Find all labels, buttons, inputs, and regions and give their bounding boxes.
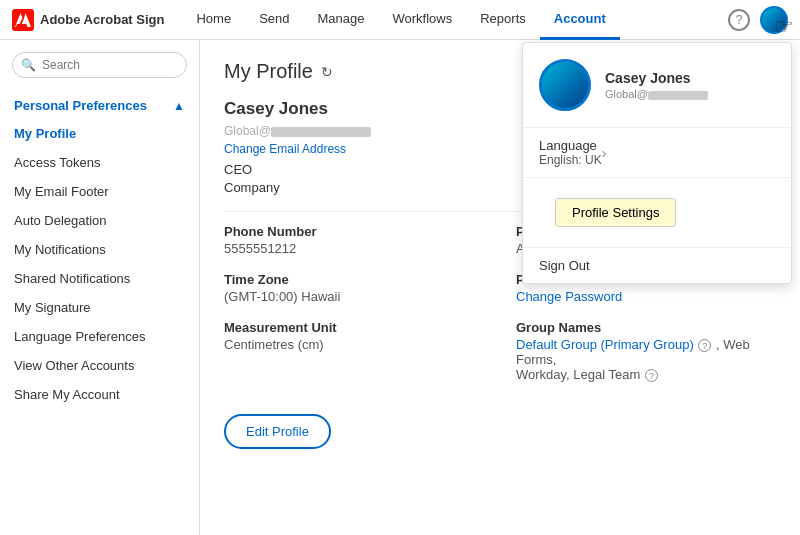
user-avatar[interactable] — [760, 6, 788, 34]
nav-send[interactable]: Send — [245, 0, 303, 40]
email-redacted-block — [271, 127, 371, 137]
dropdown-language-row[interactable]: Language English: UK › — [523, 128, 791, 178]
phone-label: Phone Number — [224, 224, 484, 239]
nav-right: ? — [728, 6, 788, 34]
sign-out-button[interactable]: Sign Out — [523, 248, 791, 283]
sidebar-item-share-my-account[interactable]: Share My Account — [0, 380, 199, 409]
dropdown-user-name: Casey Jones — [605, 70, 775, 86]
sidebar-search[interactable]: 🔍 — [12, 52, 187, 78]
adobe-logo-icon — [12, 9, 34, 31]
search-icon: 🔍 — [21, 58, 36, 72]
svg-rect-0 — [12, 9, 34, 31]
sidebar: 🔍 Personal Preferences ▲ My Profile Acce… — [0, 40, 200, 535]
group-default-link[interactable]: Default Group (Primary Group) — [516, 337, 694, 352]
dropdown-avatar — [539, 59, 591, 111]
timezone-value: (GMT-10:00) Hawaii — [224, 289, 484, 304]
measurement-label: Measurement Unit — [224, 320, 484, 335]
sidebar-item-view-other-accounts[interactable]: View Other Accounts — [0, 351, 199, 380]
group-help-icon[interactable]: ? — [698, 339, 711, 352]
nav-home[interactable]: Home — [182, 0, 245, 40]
chevron-right-icon: › — [602, 145, 607, 161]
nav-logo: Adobe Acrobat Sign — [12, 9, 164, 31]
nav-brand-text: Adobe Acrobat Sign — [40, 12, 164, 27]
top-nav: Adobe Acrobat Sign Home Send Manage Work… — [0, 0, 800, 40]
change-password-link[interactable]: Change Password — [516, 289, 776, 304]
language-label: Language — [539, 138, 602, 153]
sidebar-item-my-profile[interactable]: My Profile — [0, 119, 199, 148]
search-input[interactable] — [42, 58, 178, 72]
nav-links: Home Send Manage Workflows Reports Accou… — [182, 0, 728, 40]
nav-manage[interactable]: Manage — [304, 0, 379, 40]
measurement-value: Centimetres (cm) — [224, 337, 484, 352]
refresh-icon[interactable]: ↻ — [321, 64, 333, 80]
nav-workflows[interactable]: Workflows — [379, 0, 467, 40]
help-button[interactable]: ? — [728, 9, 750, 31]
dropdown-profile-settings-row: Profile Settings — [523, 178, 791, 248]
sidebar-item-my-notifications[interactable]: My Notifications — [0, 235, 199, 264]
timezone-block: Time Zone (GMT-10:00) Hawaii — [224, 272, 484, 304]
user-dropdown: Casey Jones Global@ Language English: UK… — [522, 42, 792, 284]
group-help-icon-2[interactable]: ? — [645, 369, 658, 382]
language-value: English: UK — [539, 153, 602, 167]
page-title: My Profile — [224, 60, 313, 83]
phone-value: 5555551212 — [224, 241, 484, 256]
dropdown-header: Casey Jones Global@ — [523, 43, 791, 128]
profile-settings-button[interactable]: Profile Settings — [555, 198, 676, 227]
group-names-more: Workday, Legal Team — [516, 367, 640, 382]
measurement-block: Measurement Unit Centimetres (cm) — [224, 320, 484, 382]
edit-profile-button[interactable]: Edit Profile — [224, 414, 331, 449]
group-names-value: Default Group (Primary Group) ? , Web Fo… — [516, 337, 776, 382]
sidebar-item-language-preferences[interactable]: Language Preferences — [0, 322, 199, 351]
section-collapse-icon: ▲ — [173, 99, 185, 113]
timezone-label: Time Zone — [224, 272, 484, 287]
phone-block: Phone Number 5555551212 — [224, 224, 484, 256]
sidebar-item-shared-notifications[interactable]: Shared Notifications — [0, 264, 199, 293]
nav-account[interactable]: Account — [540, 0, 620, 40]
sidebar-item-my-signature[interactable]: My Signature — [0, 293, 199, 322]
dropdown-user-info: Casey Jones Global@ — [605, 70, 775, 100]
profile-email-prefix: Global@ — [224, 124, 271, 138]
group-names-label: Group Names — [516, 320, 776, 335]
personal-preferences-section[interactable]: Personal Preferences ▲ — [0, 92, 199, 119]
dropdown-user-email: Global@ — [605, 88, 775, 100]
sidebar-item-auto-delegation[interactable]: Auto Delegation — [0, 206, 199, 235]
section-label: Personal Preferences — [14, 98, 147, 113]
nav-reports[interactable]: Reports — [466, 0, 540, 40]
email-redacted — [648, 91, 708, 100]
sidebar-item-email-footer[interactable]: My Email Footer — [0, 177, 199, 206]
sidebar-item-access-tokens[interactable]: Access Tokens — [0, 148, 199, 177]
group-names-block: Group Names Default Group (Primary Group… — [516, 320, 776, 382]
